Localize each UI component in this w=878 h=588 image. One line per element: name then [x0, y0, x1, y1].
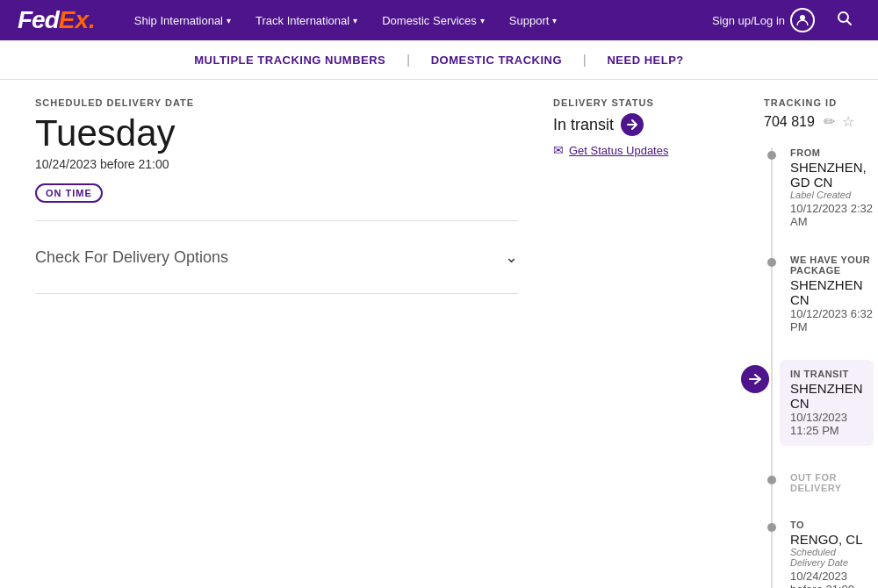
delivery-date: 10/24/2023 before 21:00: [35, 157, 518, 171]
on-time-badge: ON TIME: [35, 183, 103, 203]
timeline-item-package: WE HAVE YOUR PACKAGE SHENZHEN CN 10/12/2…: [790, 255, 874, 333]
timeline-dot-intransit: [741, 365, 769, 393]
timeline-event-intransit: IN TRANSIT: [790, 369, 863, 379]
timeline-time-package: 10/12/2023 6:32 PM: [790, 307, 874, 333]
tracking-panel: TRACKING ID 704 819 ✏ ☆ FROM SHENZHEN, G…: [746, 97, 874, 588]
nav-chevron-ship: ▾: [227, 16, 231, 25]
signin-icon: [790, 8, 815, 32]
timeline-line: [771, 147, 773, 588]
timeline-time-to: 10/24/2023 before 21:00: [790, 570, 874, 588]
status-section-label: DELIVERY STATUS: [553, 97, 746, 108]
timeline-item-to: TO RENGO, CL Scheduled Delivery Date 10/…: [790, 520, 874, 588]
tracking-timeline: FROM SHENZHEN, GD CN Label Created 10/12…: [764, 147, 874, 588]
subnav: MULTIPLE TRACKING NUMBERS | DOMESTIC TRA…: [0, 40, 878, 80]
search-icon[interactable]: [829, 10, 860, 32]
timeline-event-to: TO: [790, 520, 874, 530]
get-status-row[interactable]: ✉ Get Status Updates: [553, 143, 746, 157]
nav-chevron-domestic: ▾: [480, 16, 485, 25]
status-panel: DELIVERY STATUS In transit ✉ Get Status …: [518, 97, 746, 588]
in-transit-arrow-icon: [621, 113, 644, 136]
tracking-section-label: TRACKING ID: [764, 97, 874, 108]
fedex-logo[interactable]: FedEx.: [18, 6, 96, 34]
delivery-section-label: SCHEDULED DELIVERY DATE: [35, 97, 518, 108]
in-transit-text: In transit: [553, 116, 614, 134]
star-icon[interactable]: ☆: [842, 113, 854, 130]
email-icon: ✉: [553, 143, 564, 157]
timeline-sublabel-from: Label Created: [790, 190, 874, 200]
nav-domestic-services[interactable]: Domestic Services ▾: [370, 0, 497, 40]
timeline-dot-from: [767, 151, 776, 160]
main-content: SCHEDULED DELIVERY DATE Tuesday 10/24/20…: [0, 80, 878, 588]
nav-ship-international[interactable]: Ship International ▾: [122, 0, 243, 40]
timeline-dot-outdelivery: [767, 476, 776, 484]
subnav-need-help[interactable]: NEED HELP?: [589, 54, 701, 67]
delivery-options-label: Check For Delivery Options: [35, 248, 228, 267]
in-transit-row: In transit: [553, 113, 746, 136]
delivery-day: Tuesday: [35, 113, 518, 154]
logo-dot: .: [89, 6, 96, 34]
timeline-location-to: RENGO, CL: [790, 532, 874, 547]
timeline-item-from: FROM SHENZHEN, GD CN Label Created 10/12…: [790, 147, 874, 228]
timeline-location-from: SHENZHEN, GD CN: [790, 160, 874, 190]
timeline-dot-package: [767, 258, 776, 267]
delivery-panel: SCHEDULED DELIVERY DATE Tuesday 10/24/20…: [35, 97, 518, 588]
subnav-domestic-tracking[interactable]: DOMESTIC TRACKING: [414, 54, 579, 67]
delivery-options-row[interactable]: Check For Delivery Options ⌄: [35, 239, 518, 276]
tracking-id-text: 704 819: [764, 114, 815, 130]
tracking-id-row: 704 819 ✏ ☆: [764, 113, 874, 130]
subnav-multiple-tracking[interactable]: MULTIPLE TRACKING NUMBERS: [176, 54, 403, 67]
timeline-item-intransit: IN TRANSIT SHENZHEN CN 10/13/2023 11:25 …: [780, 360, 874, 446]
tracking-action-icons: ✏ ☆: [824, 113, 854, 130]
edit-icon[interactable]: ✏: [824, 113, 835, 130]
chevron-down-icon: ⌄: [505, 247, 518, 267]
subnav-divider-1: |: [403, 53, 413, 67]
timeline-sublabel-to: Scheduled Delivery Date: [790, 547, 874, 568]
timeline-time-intransit: 10/13/2023 11:25 PM: [790, 411, 863, 437]
get-status-link[interactable]: Get Status Updates: [569, 144, 668, 157]
timeline-dot-to: [767, 523, 776, 532]
divider-1: [35, 220, 518, 221]
timeline-time-from: 10/12/2023 2:32 AM: [790, 202, 874, 228]
timeline-event-from: FROM: [790, 147, 874, 158]
timeline-location-package: SHENZHEN CN: [790, 277, 874, 307]
navbar: FedEx. Ship International ▾ Track Intern…: [0, 0, 878, 40]
svg-point-0: [800, 15, 805, 20]
logo-ex: Ex: [59, 6, 89, 34]
timeline-event-outdelivery: OUT FOR DELIVERY: [790, 472, 874, 493]
nav-track-international[interactable]: Track International ▾: [243, 0, 370, 40]
divider-2: [35, 293, 518, 294]
subnav-divider-2: |: [579, 53, 589, 67]
signin-button[interactable]: Sign up/Log in: [703, 8, 824, 32]
nav-chevron-support: ▾: [552, 16, 557, 25]
logo-fed: Fed: [18, 6, 59, 34]
timeline-item-outdelivery: OUT FOR DELIVERY: [790, 472, 874, 493]
svg-line-2: [847, 20, 852, 25]
nav-chevron-track: ▾: [353, 16, 357, 25]
nav-links: Ship International ▾ Track International…: [122, 0, 703, 40]
timeline-location-intransit: SHENZHEN CN: [790, 381, 863, 411]
nav-right: Sign up/Log in: [703, 8, 860, 32]
timeline-event-package: WE HAVE YOUR PACKAGE: [790, 255, 874, 276]
nav-support[interactable]: Support ▾: [497, 0, 570, 40]
